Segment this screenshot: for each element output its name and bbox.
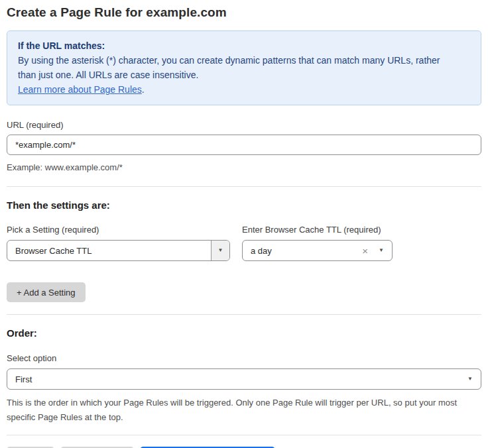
order-select[interactable]: First ▼ <box>7 368 481 390</box>
info-box-link-line: Learn more about Page Rules. <box>18 82 470 97</box>
page-title: Create a Page Rule for example.com <box>7 5 481 20</box>
settings-row: Pick a Setting (required) Browser Cache … <box>7 225 481 261</box>
chevron-down-glyph: ▼ <box>218 248 223 253</box>
order-helper-text: This is the order in which your Page Rul… <box>7 396 477 425</box>
section-divider <box>7 314 481 315</box>
section-divider <box>7 186 481 187</box>
order-section-heading: Order: <box>7 327 481 339</box>
info-box-heading: If the URL matches: <box>18 38 470 53</box>
pick-setting-column: Pick a Setting (required) Browser Cache … <box>7 225 230 261</box>
ttl-setting-label: Enter Browser Cache TTL (required) <box>242 225 393 235</box>
url-input[interactable] <box>7 135 481 155</box>
learn-more-link[interactable]: Learn more about Page Rules <box>18 84 142 95</box>
add-setting-button[interactable]: + Add a Setting <box>7 282 86 302</box>
ttl-setting-value: a day <box>243 246 362 256</box>
url-field-helper: Example: www.example.com/* <box>7 160 481 174</box>
chevron-down-icon[interactable]: ▼ <box>467 376 473 382</box>
chevron-down-icon[interactable]: ▼ <box>211 241 229 260</box>
url-field-label: URL (required) <box>7 120 481 130</box>
ttl-setting-select[interactable]: a day × ▼ <box>242 240 393 261</box>
pick-setting-value: Browser Cache TTL <box>7 246 211 256</box>
ttl-setting-column: Enter Browser Cache TTL (required) a day… <box>242 225 393 261</box>
pick-setting-label: Pick a Setting (required) <box>7 225 230 235</box>
order-select-value: First <box>7 374 467 384</box>
link-suffix: . <box>142 84 145 95</box>
pick-setting-select[interactable]: Browser Cache TTL ▼ <box>7 240 230 261</box>
footer-divider <box>7 435 481 435</box>
info-box-body: By using the asterisk (*) character, you… <box>18 53 456 82</box>
chevron-down-icon[interactable]: ▼ <box>379 248 384 253</box>
settings-section-heading: Then the settings are: <box>7 199 481 211</box>
clear-icon[interactable]: × <box>362 246 368 256</box>
order-select-label: Select option <box>7 353 481 363</box>
url-match-info-box: If the URL matches: By using the asteris… <box>7 30 481 105</box>
